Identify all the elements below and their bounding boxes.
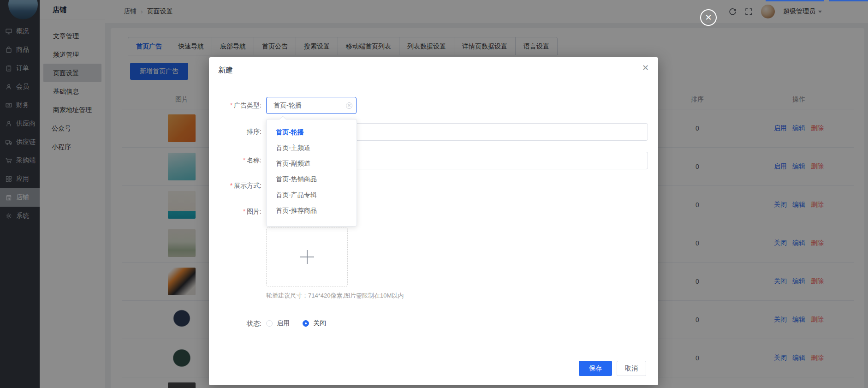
radio-label: 关闭 xyxy=(313,319,326,328)
ad-type-row: *广告类型: 首页-轮播 ✕ xyxy=(209,97,357,114)
image-row: *图片: xyxy=(209,203,262,220)
ad-type-label: 广告类型: xyxy=(234,101,262,109)
sort-label: 排序: xyxy=(247,128,262,135)
dialog-title: 新建 xyxy=(218,66,233,75)
status-radio[interactable]: 关闭 xyxy=(303,319,326,328)
required-asterisk: * xyxy=(230,101,232,109)
cancel-button[interactable]: 取消 xyxy=(617,361,646,376)
required-asterisk: * xyxy=(243,156,245,164)
dropdown-option[interactable]: 首页-产品专辑 xyxy=(267,187,357,203)
ad-type-select[interactable]: 首页-轮播 ✕ xyxy=(266,97,357,114)
radio-dot-icon xyxy=(303,320,309,327)
screen: 概况 商品 订单 会员 财务 供应商 供 xyxy=(0,0,868,388)
upload-hint: 轮播建议尺寸：714*420像素,图片需限制在10M以内 xyxy=(266,292,404,300)
required-asterisk: * xyxy=(230,182,232,189)
dropdown-option[interactable]: 首页-轮播 xyxy=(267,124,357,140)
status-row: 状态: 启用 关闭 xyxy=(209,317,326,329)
dropdown-option[interactable]: 首页-热销商品 xyxy=(267,171,357,187)
radio-dot-icon xyxy=(266,320,273,327)
browser-strip xyxy=(766,0,824,1)
new-ad-dialog: 新建 ✕ *广告类型: 首页-轮播 ✕ 排序: *名称: xyxy=(209,57,658,385)
required-asterisk: * xyxy=(243,208,245,215)
dropdown-option[interactable]: 首页-副频道 xyxy=(267,155,357,171)
name-label: 名称: xyxy=(247,156,262,164)
floating-close-button[interactable]: ✕ xyxy=(700,9,717,26)
dialog-close-icon[interactable]: ✕ xyxy=(642,64,649,72)
ad-type-value: 首页-轮播 xyxy=(273,101,302,110)
status-radio-group: 启用 关闭 xyxy=(266,317,326,329)
browser-strip xyxy=(829,0,868,1)
ad-type-dropdown: 首页-轮播首页-主频道首页-副频道首页-热销商品首页-产品专辑首页-推荐商品 xyxy=(266,119,357,227)
image-label: 图片: xyxy=(247,208,262,215)
dropdown-option[interactable]: 首页-推荐商品 xyxy=(267,203,357,218)
dropdown-option[interactable]: 首页-主频道 xyxy=(267,140,357,155)
dropdown-arrow xyxy=(279,116,286,122)
status-label: 状态: xyxy=(247,320,262,327)
clear-icon[interactable]: ✕ xyxy=(346,102,352,109)
radio-label: 启用 xyxy=(277,319,290,328)
display-mode-label: 展示方式: xyxy=(234,182,262,189)
plus-icon xyxy=(300,250,314,264)
image-upload-box[interactable] xyxy=(266,227,348,287)
status-radio[interactable]: 启用 xyxy=(266,319,290,328)
save-button[interactable]: 保存 xyxy=(579,361,612,376)
